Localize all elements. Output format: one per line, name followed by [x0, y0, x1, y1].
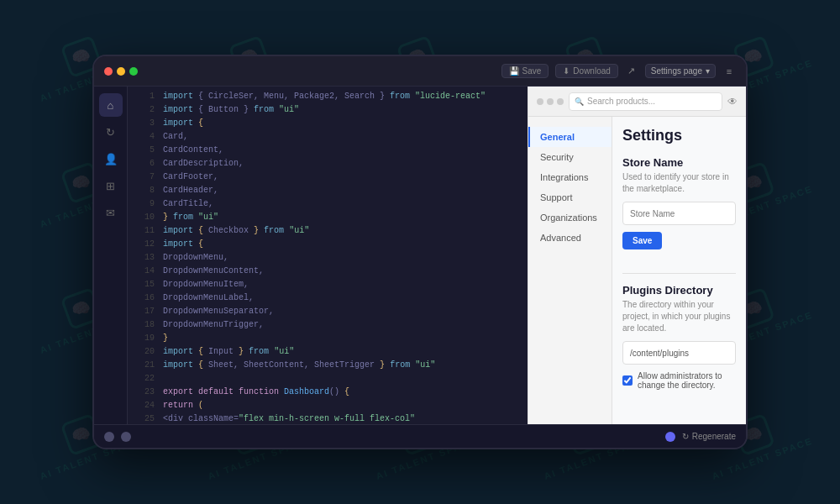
store-name-save-button[interactable]: Save [622, 232, 662, 249]
search-placeholder: Search products... [587, 97, 655, 106]
plugins-dir-input[interactable] [622, 341, 736, 365]
checkbox-row: Allow administrators to change the direc… [622, 371, 736, 390]
page-selector-label: Settings page [651, 66, 702, 76]
minimize-button[interactable] [117, 67, 125, 76]
menu-icon[interactable]: ≡ [722, 65, 736, 78]
save-button[interactable]: 💾 Save [501, 64, 549, 78]
code-line-19: 19 } [128, 332, 528, 345]
plugins-desc: The directory within your project, in wh… [622, 299, 736, 334]
settings-nav-organizations[interactable]: Organizations [528, 207, 612, 228]
code-line-6: 6 CardDescription, [128, 157, 528, 171]
code-line-5: 5 CardContent, [128, 144, 528, 157]
left-sidebar: ⌂ ↻ 👤 ⊞ ✉ [94, 87, 128, 424]
screen-container: 💾 Save ⬇ Download ↗ Settings page ▾ ≡ ⌂ … [92, 55, 748, 449]
download-button[interactable]: ⬇ Download [555, 64, 617, 78]
checkbox-label: Allow administrators to change the direc… [638, 371, 736, 390]
settings-nav-support[interactable]: Support [528, 187, 612, 207]
store-name-desc: Used to identify your store in the marke… [622, 171, 736, 195]
sidebar-item-home[interactable]: ⌂ [99, 93, 123, 117]
save-icon: 💾 [509, 66, 519, 76]
search-icon: 🔍 [575, 97, 584, 106]
code-line-23: 23 export default function Dashboard() { [128, 386, 528, 399]
code-line-1: 1 import { CircleSer, Menu, Package2, Se… [128, 90, 528, 103]
topbar-dot-2 [547, 98, 554, 105]
code-line-10: 10 } from "ui" [128, 211, 528, 224]
plugins-title: Plugins Directory [622, 284, 736, 297]
sidebar-item-refresh[interactable]: ↻ [99, 120, 123, 144]
store-name-input[interactable] [622, 202, 736, 225]
settings-page-title: Settings [622, 127, 736, 144]
code-line-25: 25 <div className="flex min-h-screen w-f… [128, 412, 528, 421]
code-line-15: 15 DropdownMenuItem, [128, 278, 528, 291]
store-name-title: Store Name [622, 156, 736, 169]
download-icon: ⬇ [563, 66, 570, 76]
traffic-lights [104, 67, 138, 76]
download-label: Download [573, 66, 610, 76]
code-line-16: 16 DropdownMenuLabel, [128, 291, 528, 305]
settings-main: Settings Store Name Used to identify you… [612, 117, 746, 424]
chevron-down-icon: ▾ [706, 66, 710, 76]
code-line-11: 11 import { Checkbox } from "ui" [128, 224, 528, 238]
settings-topbar: 🔍 Search products... 👁 [528, 87, 746, 117]
top-bar: 💾 Save ⬇ Download ↗ Settings page ▾ ≡ [94, 56, 746, 87]
allow-admin-checkbox[interactable] [622, 375, 633, 386]
search-bar[interactable]: 🔍 Search products... [569, 92, 722, 111]
top-bar-actions: 💾 Save ⬇ Download ↗ Settings page ▾ ≡ [501, 64, 736, 78]
topbar-dot-1 [537, 98, 543, 105]
regenerate-button[interactable]: ↻ Regenerate [682, 432, 736, 441]
settings-nav-advanced[interactable]: Advanced [528, 228, 612, 248]
settings-nav-general[interactable]: General [528, 127, 612, 147]
code-line-7: 7 CardFooter, [128, 171, 528, 184]
maximize-button[interactable] [129, 67, 138, 76]
code-line-21: 21 import { Sheet, SheetContent, SheetTr… [128, 359, 528, 372]
sidebar-item-user[interactable]: 👤 [99, 147, 123, 171]
settings-content: General Security Integrations Support Or… [528, 117, 746, 424]
bottom-dot-1 [104, 432, 114, 442]
share-button[interactable]: ↗ [625, 65, 638, 78]
section-divider [622, 273, 736, 274]
code-line-2: 2 import { Button } from "ui" [128, 103, 528, 117]
code-line-14: 14 DropdownMenuContent, [128, 265, 528, 278]
code-line-13: 13 DropdownMenu, [128, 251, 528, 265]
bottom-dot-2 [121, 432, 131, 442]
page-selector[interactable]: Settings page ▾ [645, 64, 716, 78]
code-editor: 1 import { CircleSer, Menu, Package2, Se… [128, 87, 528, 424]
settings-eye-icon[interactable]: 👁 [727, 96, 738, 108]
code-line-8: 8 CardHeader, [128, 184, 528, 197]
topbar-dot-3 [557, 98, 564, 105]
code-line-3: 3 import { [128, 117, 528, 130]
code-line-24: 24 return ( [128, 399, 528, 412]
save-label: Save [522, 66, 542, 76]
settings-nav-security[interactable]: Security [528, 147, 612, 167]
regenerate-icon: ↻ [682, 432, 689, 441]
settings-nav-integrations[interactable]: Integrations [528, 167, 612, 187]
code-line-22: 22 [128, 372, 528, 386]
status-indicator [665, 432, 675, 442]
code-line-9: 9 CardTitle, [128, 197, 528, 211]
settings-panel: 🔍 Search products... 👁 General Security … [528, 87, 746, 424]
code-line-12: 12 import { [128, 238, 528, 251]
code-line-4: 4 Card, [128, 130, 528, 144]
sidebar-item-mail[interactable]: ✉ [99, 201, 123, 224]
code-line-18: 18 DropdownMenuTrigger, [128, 318, 528, 332]
code-line-20: 20 import { Input } from "ui" [128, 345, 528, 359]
main-content: ⌂ ↻ 👤 ⊞ ✉ 1 import { CircleSer, Menu, Pa… [94, 87, 746, 424]
settings-nav: General Security Integrations Support Or… [528, 117, 612, 424]
code-line-17: 17 DropdownMenuSeparator, [128, 305, 528, 318]
bottom-bar: ↻ Regenerate [94, 424, 746, 448]
topbar-dots [537, 98, 564, 105]
code-editor-wrapper: 1 import { CircleSer, Menu, Package2, Se… [128, 90, 528, 421]
regenerate-label: Regenerate [692, 432, 736, 441]
sidebar-item-layers[interactable]: ⊞ [99, 174, 123, 197]
close-button[interactable] [104, 67, 113, 76]
